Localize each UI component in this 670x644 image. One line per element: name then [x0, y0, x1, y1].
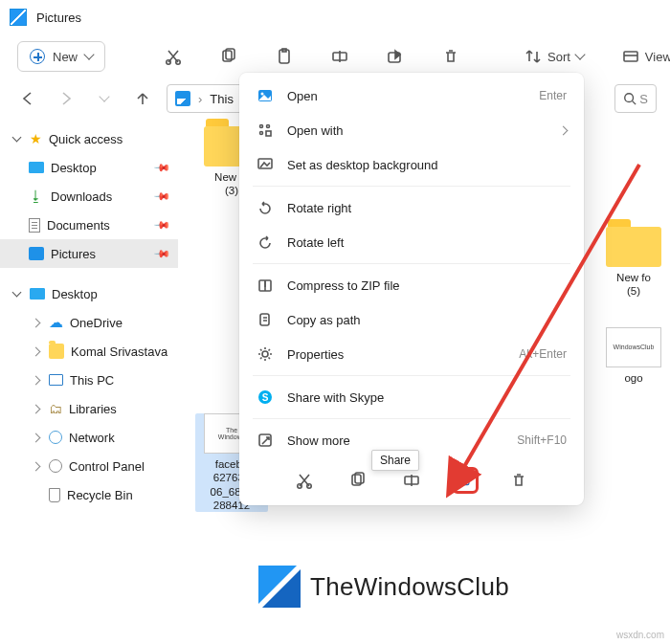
share-button[interactable] [381, 41, 410, 72]
sidebar-item-downloads[interactable]: ⭳ Downloads 📌 [0, 182, 178, 211]
chevron-right-icon [31, 346, 40, 356]
ctx-rename-button[interactable] [398, 467, 425, 494]
cut-button[interactable] [159, 41, 188, 72]
search-box[interactable]: S [614, 84, 657, 113]
chevron-right-icon [31, 404, 40, 413]
watermark: wsxdn.com [616, 630, 664, 640]
paste-button[interactable] [270, 41, 299, 72]
sidebar-item-documents[interactable]: Documents 📌 [0, 211, 178, 239]
chevron-right-icon [31, 375, 40, 385]
breadcrumb-item[interactable]: This [210, 92, 234, 106]
sidebar-item-desktop[interactable]: Desktop 📌 [0, 153, 178, 182]
folder-item[interactable]: New fo (5) [597, 227, 670, 299]
pin-icon: 📌 [152, 187, 170, 205]
sidebar-label: Network [69, 431, 115, 445]
ctx-label: Compress to ZIP file [287, 278, 400, 293]
delete-button[interactable] [436, 41, 465, 72]
ctx-properties[interactable]: Properties Ak+Enter [245, 337, 578, 371]
sidebar-label: Downloads [51, 189, 112, 204]
copy-icon [220, 48, 237, 65]
chevron-down-icon [99, 91, 109, 101]
thispc-icon [49, 374, 63, 386]
ctx-zip[interactable]: Compress to ZIP file [245, 268, 578, 302]
rename-icon [403, 472, 420, 489]
ctx-label: Rotate left [287, 235, 344, 250]
image-thumbnail: WindowsClub [606, 327, 661, 367]
properties-icon [257, 345, 274, 363]
sidebar-label: Komal Srivastava [71, 344, 168, 359]
menu-separator [253, 375, 570, 376]
sidebar-item-libraries[interactable]: 🗂 Libraries [0, 394, 178, 423]
sidebar-label: This PC [70, 373, 114, 388]
network-icon [49, 431, 62, 444]
search-hint: S [639, 92, 648, 106]
scissors-icon [165, 48, 182, 65]
sort-button[interactable]: Sort [519, 41, 590, 72]
sidebar-item-user[interactable]: Komal Srivastava [0, 337, 178, 366]
nav-back-button[interactable] [13, 84, 42, 113]
view-button[interactable]: View [616, 41, 670, 72]
nav-forward-button[interactable] [52, 84, 80, 113]
openwith-icon [257, 122, 274, 139]
ctx-rotate-left[interactable]: Rotate left [245, 225, 578, 259]
svg-text:S: S [262, 392, 269, 403]
ctx-shortcut: Shift+F10 [517, 433, 567, 447]
recycle-icon [49, 488, 60, 502]
chevron-down-icon [83, 49, 94, 59]
share-icon [458, 472, 472, 489]
ctx-label: Open with [287, 123, 344, 138]
ctx-share-button[interactable] [452, 467, 479, 494]
sort-icon [525, 48, 542, 65]
desktop-icon [30, 288, 45, 300]
trash-icon [510, 472, 527, 489]
new-button[interactable]: New [17, 41, 105, 72]
pin-icon: 📌 [152, 158, 170, 176]
image-icon [257, 87, 274, 104]
nav-recent-button[interactable] [90, 84, 119, 113]
ctx-delete-button[interactable] [505, 467, 532, 494]
sidebar-label: Libraries [69, 402, 117, 416]
sidebar-item-onedrive[interactable]: ☁ OneDrive [0, 308, 178, 337]
branding: TheWindowsClub [258, 566, 509, 608]
sidebar-quickaccess[interactable]: ★ Quick access [0, 124, 178, 153]
rotate-right-icon [257, 199, 274, 216]
ctx-copy-path[interactable]: Copy as path [245, 302, 578, 337]
image-item[interactable]: WindowsClub ogo [597, 327, 670, 385]
sidebar-item-pictures[interactable]: Pictures 📌 [0, 239, 178, 268]
ctx-label: Open [287, 89, 318, 103]
ctx-open[interactable]: Open Enter [245, 78, 578, 113]
menu-separator [253, 186, 570, 187]
sidebar-item-recyclebin[interactable]: Recycle Bin [0, 480, 178, 509]
svg-point-12 [260, 125, 263, 128]
folder-icon [49, 344, 64, 359]
ctx-cut-button[interactable] [291, 467, 318, 494]
ctx-share-skype[interactable]: S Share with Skype [245, 380, 578, 414]
svg-rect-8 [624, 52, 637, 61]
svg-point-19 [262, 351, 268, 357]
brand-text: TheWindowsClub [310, 572, 509, 602]
sidebar-desktop-root[interactable]: Desktop [0, 279, 178, 308]
copypath-icon [257, 311, 274, 328]
chevron-down-icon [11, 133, 21, 143]
sidebar-label: OneDrive [70, 316, 123, 330]
ctx-copy-button[interactable] [345, 467, 371, 494]
arrow-left-icon [20, 91, 35, 106]
titlebar: Pictures [0, 0, 670, 34]
pin-icon: 📌 [152, 215, 170, 233]
sidebar-item-thispc[interactable]: This PC [0, 366, 178, 394]
ctx-label: Set as desktop background [287, 158, 438, 172]
rename-button[interactable] [325, 41, 354, 72]
nav-up-button[interactable] [128, 84, 157, 113]
sidebar-item-controlpanel[interactable]: Control Panel [0, 452, 178, 480]
chevron-right-icon [31, 318, 40, 327]
ctx-set-background[interactable]: Set as desktop background [245, 147, 578, 182]
ctx-label: Copy as path [287, 313, 361, 327]
plus-icon [30, 49, 45, 64]
svg-point-14 [260, 132, 263, 135]
more-icon [257, 432, 274, 449]
sidebar-label: Desktop [51, 161, 97, 175]
sidebar-item-network[interactable]: Network [0, 423, 178, 452]
ctx-open-with[interactable]: Open with [245, 113, 578, 147]
ctx-rotate-right[interactable]: Rotate right [245, 190, 578, 225]
copy-button[interactable] [214, 41, 243, 72]
